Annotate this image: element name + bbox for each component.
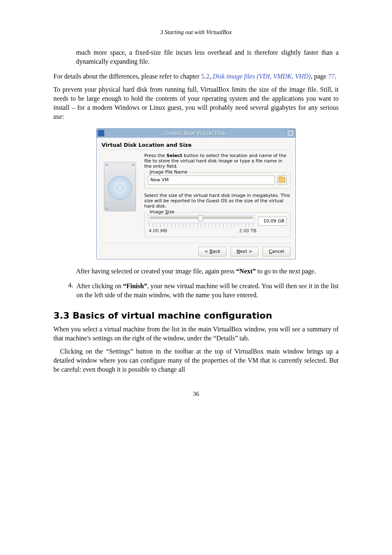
sec-para-1: When you select a virtual machine from t… — [53, 325, 339, 343]
running-head: 3 Starting out with VirtualBox — [53, 29, 339, 36]
ref-title-link[interactable]: Disk image files (VDI, VMDK, VHD) — [213, 73, 311, 80]
back-button[interactable]: < Back — [198, 247, 226, 257]
browse-button[interactable] — [277, 175, 287, 185]
slider-thumb[interactable] — [198, 215, 203, 222]
min-label: 4.00 MB — [149, 228, 167, 234]
text: For details about the differences, pleas… — [53, 73, 201, 80]
hard-disk-illustration — [103, 156, 137, 214]
legend-file-name: IImage File Namemage File Name — [148, 169, 189, 175]
page-number: 36 — [53, 391, 339, 398]
cancel-button[interactable]: Cancel — [263, 247, 291, 257]
wizard-dialog: Create New Virtual Disk ✕ Virtual Disk L… — [96, 128, 296, 259]
text: to go to the next page. — [256, 268, 316, 275]
list-item-4: After clicking on “Finish”, your new vir… — [76, 282, 339, 300]
list-number-4: 4. — [64, 282, 73, 300]
max-label: 2.00 TB — [239, 228, 256, 234]
fieldset-image-file-name: IImage File Namemage File Name — [144, 172, 291, 189]
instruction-2: Select the size of the virtual hard disk… — [144, 193, 291, 209]
app-icon — [98, 130, 104, 136]
side-graphic — [101, 153, 139, 241]
text: . — [334, 73, 336, 80]
wizard-step-title: Virtual Disk Location and Size — [101, 142, 291, 148]
text: After clicking on — [76, 282, 123, 289]
next-button[interactable]: Next > — [231, 247, 258, 257]
instruction-1: Press the Select button to select the lo… — [144, 153, 291, 169]
dialog-title: Create New Virtual Disk — [104, 130, 287, 136]
fieldset-image-size: Image Size 4. — [144, 212, 291, 237]
text: , — [210, 73, 213, 80]
page-ref-link[interactable]: 77 — [328, 73, 334, 80]
slider-ticks — [149, 223, 254, 227]
legend-image-size: Image Size — [148, 209, 176, 215]
chapter-ref-link[interactable]: 5.2 — [201, 73, 210, 80]
file-name-input[interactable] — [148, 176, 274, 185]
text-bold: “Finish” — [123, 282, 148, 289]
close-icon[interactable]: ✕ — [287, 130, 294, 137]
text: After having selected or created your im… — [76, 268, 236, 275]
text-bold: Select — [166, 153, 182, 158]
size-slider[interactable] — [148, 215, 255, 223]
text-bold: “Next” — [236, 268, 256, 275]
size-readout[interactable] — [258, 217, 287, 226]
divider — [101, 149, 291, 150]
sec-para-2: Clicking on the “Settings” button in the… — [53, 347, 339, 374]
titlebar: Create New Virtual Disk ✕ — [97, 129, 295, 138]
para-prevent: To prevent your physical hard disk from … — [53, 85, 339, 121]
text: Press the — [144, 153, 166, 158]
folder-icon — [279, 177, 285, 183]
para-details: For details about the differences, pleas… — [53, 72, 339, 81]
para-after-image: After having selected or created your im… — [76, 267, 339, 276]
lead-block: much more space, a fixed-size file incur… — [76, 48, 339, 66]
section-heading: 3.3 Basics of virtual machine configurat… — [53, 310, 339, 321]
text: , page — [311, 73, 328, 80]
